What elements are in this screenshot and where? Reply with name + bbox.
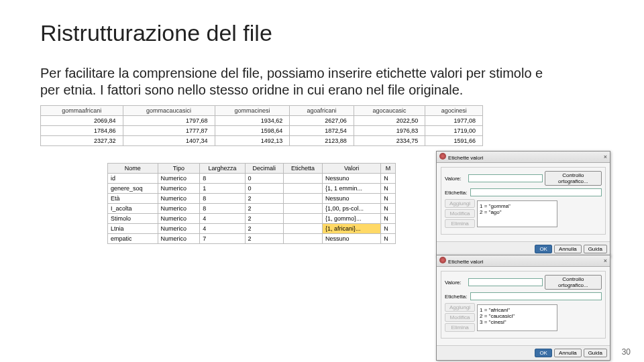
column-header: gommacinesi xyxy=(215,106,290,116)
table-cell: id xyxy=(108,174,158,184)
label-etichetta: Etichetta: xyxy=(445,190,468,196)
table-row: genere_soqNumerico10{1, 1 emmin...N xyxy=(108,184,396,194)
help-button[interactable]: Guida xyxy=(584,245,607,253)
input-valore[interactable] xyxy=(468,174,543,182)
add-button[interactable]: Aggiungi xyxy=(445,199,475,208)
help-button[interactable]: Guida xyxy=(584,349,607,357)
table-cell: Numerico xyxy=(158,194,200,204)
variable-view-table: NomeTipoLarghezzaDecimaliEtichettaValori… xyxy=(107,163,396,244)
data-cell: 1976,83 xyxy=(354,126,425,136)
table-cell xyxy=(283,224,322,234)
table-cell: {1, gommo}... xyxy=(323,214,381,224)
table-cell: Numerico xyxy=(158,184,200,194)
table-cell: 8 xyxy=(200,174,245,184)
input-etichetta[interactable] xyxy=(470,188,602,196)
list-item[interactable]: 2 = "ago" xyxy=(480,209,555,215)
label-valore: Valore: xyxy=(445,280,466,286)
add-button[interactable]: Aggiungi xyxy=(445,303,475,312)
table-cell: Nessuno xyxy=(323,194,381,204)
table-cell: Numerico xyxy=(158,204,200,214)
table-cell: N xyxy=(381,214,396,224)
table-cell: Nessuno xyxy=(323,174,381,184)
input-etichetta[interactable] xyxy=(470,292,602,300)
input-valore[interactable] xyxy=(468,278,543,286)
column-header: Larghezza xyxy=(200,164,245,174)
data-cell: 2627,06 xyxy=(290,116,354,126)
value-labels-dialog-stimolo: Etichette valori × Valore: Controllo ort… xyxy=(436,151,610,257)
table-cell xyxy=(283,214,322,224)
table-cell: {1,00, ps-col... xyxy=(323,204,381,214)
ok-button[interactable]: OK xyxy=(535,349,552,357)
table-row: LtniaNumerico42{1, africani}...N xyxy=(108,224,396,234)
table-cell: I_acolta xyxy=(108,204,158,214)
column-header: M xyxy=(381,164,396,174)
table-cell: 2 xyxy=(245,204,283,214)
table-cell: Numerico xyxy=(158,214,200,224)
data-cell: 1934,62 xyxy=(215,116,290,126)
table-cell xyxy=(283,234,322,244)
table-row: EtàNumerico82NessunoN xyxy=(108,194,396,204)
value-labels-dialog-etnia: Etichette valori × Valore: Controllo ort… xyxy=(436,255,610,361)
close-icon[interactable]: × xyxy=(604,257,607,264)
dialog-title: Etichette valori xyxy=(448,155,483,161)
table-cell xyxy=(283,174,322,184)
delete-button[interactable]: Elimina xyxy=(445,219,475,228)
delete-button[interactable]: Elimina xyxy=(445,323,475,332)
list-item[interactable]: 1 = "africani" xyxy=(480,307,555,313)
table-cell: N xyxy=(381,184,396,194)
values-listbox[interactable]: 1 = "africani"2 = "caucasici"3 = "cinesi… xyxy=(477,304,557,331)
label-valore: Valore: xyxy=(445,176,466,182)
spellcheck-button[interactable]: Controllo ortografico... xyxy=(545,171,602,186)
table-cell: Numerico xyxy=(158,224,200,234)
table-row: StimoloNumerico42{1, gommo}...N xyxy=(108,214,396,224)
table-cell: empatic xyxy=(108,234,158,244)
data-cell: 2334,75 xyxy=(354,136,425,146)
cancel-button[interactable]: Annulla xyxy=(554,349,582,357)
table-cell: {1, africani}... xyxy=(323,224,381,234)
list-item[interactable]: 3 = "cinesi" xyxy=(480,319,555,325)
column-header: gommaafricani xyxy=(41,106,123,116)
column-header: agocaucasic xyxy=(354,106,425,116)
table-cell: 8 xyxy=(200,204,245,214)
table-cell: 0 xyxy=(245,184,283,194)
column-header: Decimali xyxy=(245,164,283,174)
slide-title: Ristrutturazione del file xyxy=(40,20,604,46)
table-cell: Ltnia xyxy=(108,224,158,234)
data-cell: 1719,00 xyxy=(425,126,483,136)
table-cell: N xyxy=(381,224,396,234)
data-cell: 1591,66 xyxy=(425,136,483,146)
table-cell xyxy=(283,204,322,214)
table-cell: Numerico xyxy=(158,234,200,244)
dialog-icon xyxy=(439,257,446,263)
dialog-icon xyxy=(439,153,446,160)
ok-button[interactable]: OK xyxy=(535,245,552,253)
table-row: empaticNumerico72NessunoN xyxy=(108,234,396,244)
spellcheck-button[interactable]: Controllo ortografico... xyxy=(545,275,602,290)
values-listbox[interactable]: 1 = "gomma"2 = "ago" xyxy=(477,200,557,227)
table-cell: 7 xyxy=(200,234,245,244)
table-cell: 4 xyxy=(200,214,245,224)
table-cell xyxy=(283,184,322,194)
column-header: Tipo xyxy=(158,164,200,174)
data-cell: 1977,08 xyxy=(425,116,483,126)
table-cell: Stimolo xyxy=(108,214,158,224)
column-header: Valori xyxy=(323,164,381,174)
table-cell: N xyxy=(381,194,396,204)
table-cell: N xyxy=(381,174,396,184)
data-cell: 1797,68 xyxy=(123,116,215,126)
table-cell: 2 xyxy=(245,224,283,234)
table-row: I_acoltaNumerico82{1,00, ps-col...N xyxy=(108,204,396,214)
table-cell: 1 xyxy=(200,184,245,194)
list-item[interactable]: 2 = "caucasici" xyxy=(480,313,555,319)
table-cell: N xyxy=(381,204,396,214)
edit-button[interactable]: Modifica xyxy=(445,209,475,218)
table-cell: genere_soq xyxy=(108,184,158,194)
cancel-button[interactable]: Annulla xyxy=(554,245,582,253)
close-icon[interactable]: × xyxy=(604,154,607,160)
edit-button[interactable]: Modifica xyxy=(445,313,475,322)
table-cell: 2 xyxy=(245,214,283,224)
data-cell: 2123,88 xyxy=(290,136,354,146)
data-cell: 1872,54 xyxy=(290,126,354,136)
list-item[interactable]: 1 = "gomma" xyxy=(480,203,555,209)
table-cell: {1, 1 emmin... xyxy=(323,184,381,194)
